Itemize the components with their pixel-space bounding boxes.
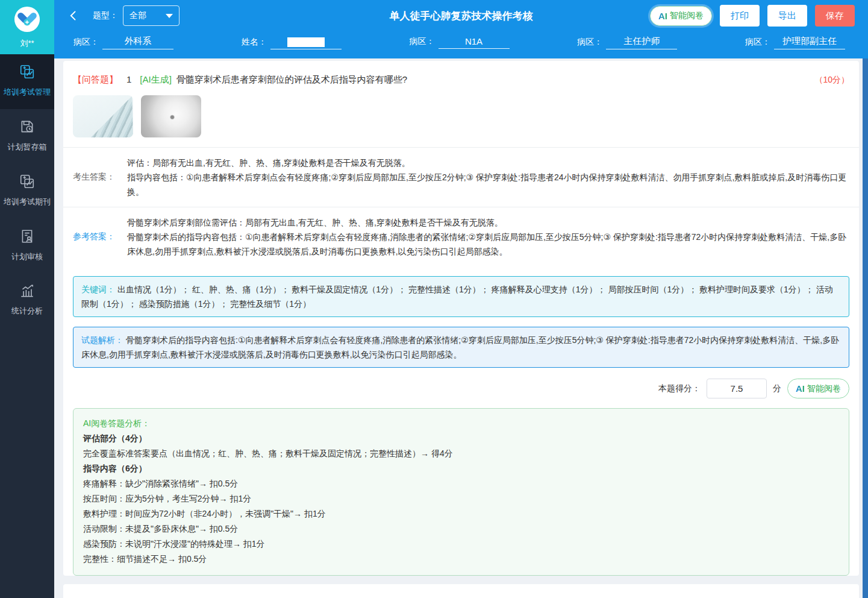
- redaction-block: [287, 37, 325, 47]
- question-card-2: 【问答题】 2 [AI生成] 骨髓穿刺术后患者穿刺部位的评估及术后指导内容有哪些…: [63, 584, 859, 598]
- user-avatar[interactable]: 刘**: [0, 0, 54, 54]
- page-title: 单人徒手心肺复苏技术操作考核: [390, 9, 533, 23]
- question-header: 【问答题】 2 [AI生成] 骨髓穿刺术后患者穿刺部位的评估及术后指导内容有哪些…: [63, 584, 859, 598]
- user-name: 刘**: [20, 38, 34, 49]
- header-toolbar: 题型： 全部 单人徒手心肺复苏技术操作考核 AI 智能阅卷 打印 导出 保存: [54, 0, 868, 31]
- question-type-select[interactable]: 全部: [123, 5, 180, 26]
- header-actions: AI 智能阅卷 打印 导出 保存: [650, 5, 855, 27]
- export-button[interactable]: 导出: [767, 5, 807, 27]
- exam-management-icon: [19, 64, 35, 82]
- student-answer-row: 考生答案： 评估：局部有无出血,有无红、肿、热、痛,穿刺处敷料是否干燥及有无脱落…: [63, 148, 859, 207]
- ai-analysis-line: 完全覆盖标准答案要点（出血情况；红、肿、热、痛；敷料干燥及固定情况；完整性描述）…: [83, 446, 839, 461]
- ward-value[interactable]: 外科系: [102, 36, 173, 49]
- keywords-label: 关键词：: [81, 285, 115, 294]
- chevron-down-icon: [166, 14, 173, 18]
- save-button[interactable]: 保存: [815, 5, 855, 27]
- name-field: 姓名：: [242, 36, 342, 49]
- sidebar-item-label: 计划暂存箱: [8, 142, 47, 153]
- question-type-value: 全部: [130, 10, 166, 21]
- ward-field-4: 病区： 护理部副主任: [745, 36, 845, 49]
- sidebar-item-plan-draftbox[interactable]: 计划暂存箱: [0, 109, 54, 164]
- page-header: 题型： 全部 单人徒手心肺复苏技术操作考核 AI 智能阅卷 打印 导出 保存: [54, 0, 868, 58]
- app-logo-heart-icon: [14, 6, 40, 35]
- sidebar-item-plan-review[interactable]: 计划审核: [0, 219, 54, 274]
- ai-analysis-line: 活动限制：未提及"多卧床休息"→ 扣0.5分: [83, 521, 839, 537]
- ai-generated-tag: [AI生成]: [140, 74, 172, 86]
- reference-answer-row: 参考答案： 骨髓穿刺术后穿刺部位需评估：局部有无出血,有无红、肿、热、痛,穿刺处…: [63, 207, 859, 266]
- ward-field: 病区： 外科系: [73, 36, 173, 49]
- ai-grade-question-button[interactable]: AI 智能阅卷: [787, 379, 849, 398]
- ward-value-2[interactable]: N1A: [439, 36, 510, 49]
- exam-journal-icon: [19, 174, 35, 192]
- ward-field-3: 病区： 主任护师: [577, 36, 677, 49]
- analysis-text: 骨髓穿刺术后的指导内容包括:①向患者解释术后穿刺点会有轻度疼痛,消除患者的紧张情…: [81, 335, 839, 359]
- student-answer-label: 考生答案：: [73, 156, 127, 199]
- app-root: 刘** 培训考试管理 计划暂: [0, 0, 868, 598]
- plan-draftbox-icon: [19, 119, 35, 137]
- vertical-scrollbar[interactable]: [863, 58, 868, 598]
- sidebar-item-label: 培训考试管理: [4, 87, 51, 98]
- ward-value-4[interactable]: 护理部副主任: [774, 36, 845, 49]
- question-text: 骨髓穿刺术后患者穿刺部位的评估及术后指导内容有哪些?: [176, 74, 407, 86]
- score-row: 本题得分： 分 AI 智能阅卷: [63, 368, 859, 398]
- ai-grading-analysis-box: AI阅卷答题分析： 评估部分（4分） 完全覆盖标准答案要点（出血情况；红、肿、热…: [73, 408, 849, 576]
- content-scroll-area[interactable]: 【问答题】 1 [AI生成] 骨髓穿刺术后患者穿刺部位的评估及术后指导内容有哪些…: [54, 58, 868, 598]
- ai-analysis-section-title: 评估部分（4分）: [83, 431, 839, 446]
- reference-answer-text: 骨髓穿刺术后穿刺部位需评估：局部有无出血,有无红、肿、热、痛,穿刺处敷料是否干燥…: [127, 215, 849, 259]
- sidebar-item-label: 培训考试期刊: [4, 197, 51, 208]
- sidebar-item-label: 计划审核: [11, 251, 43, 263]
- ai-logo-icon: AI: [658, 11, 667, 21]
- question-image-building[interactable]: [73, 95, 133, 137]
- score-unit: 分: [773, 383, 781, 394]
- question-card-1: 【问答题】 1 [AI生成] 骨髓穿刺术后患者穿刺部位的评估及术后指导内容有哪些…: [63, 61, 859, 576]
- back-button[interactable]: [67, 8, 83, 24]
- main-panel: 题型： 全部 单人徒手心肺复苏技术操作考核 AI 智能阅卷 打印 导出 保存: [54, 0, 868, 598]
- ward-field-2: 病区： N1A: [410, 36, 510, 49]
- sidebar: 刘** 培训考试管理 计划暂: [0, 0, 54, 598]
- ai-analysis-line: 疼痛解释：缺少"消除紧张情绪"→ 扣0.5分: [83, 476, 839, 491]
- student-answer-text: 评估：局部有无出血,有无红、肿、热、痛,穿刺处敷料是否干燥及有无脱落。 指导内容…: [127, 156, 849, 199]
- question-type-label: 题型：: [93, 10, 118, 21]
- question-number: 1: [126, 74, 131, 84]
- name-value-redacted[interactable]: [270, 36, 342, 49]
- sidebar-item-exam-management[interactable]: 培训考试管理: [0, 54, 54, 109]
- question-images: [63, 86, 859, 137]
- question-type-tag: 【问答题】: [73, 74, 118, 86]
- analysis-label: 试题解析：: [81, 335, 123, 345]
- ai-logo-icon: AI: [796, 383, 805, 394]
- exam-info-bar: 病区： 外科系 姓名： 病区： N1A 病区： 主任护师 病区： 护理部副: [54, 31, 868, 58]
- ai-analysis-line: 感染预防：未说明"汗水浸湿"的特殊处理→ 扣1分: [83, 537, 839, 552]
- keywords-box: 关键词：出血情况（1分）； 红、肿、热、痛（1分）； 敷料干燥及固定情况（1分）…: [73, 276, 849, 317]
- ai-analysis-line: 敷料护理：时间应为72小时（非24小时），未强调"干燥"→ 扣1分: [83, 506, 839, 521]
- scrollbar-thumb[interactable]: [863, 58, 868, 598]
- question-analysis-box: 试题解析：骨髓穿刺术后的指导内容包括:①向患者解释术后穿刺点会有轻度疼痛,消除患…: [73, 327, 849, 368]
- keywords-text: 出血情况（1分）； 红、肿、热、痛（1分）； 敷料干燥及固定情况（1分）； 完整…: [81, 285, 833, 309]
- question-image-spiral[interactable]: [141, 95, 201, 137]
- ward-value-3[interactable]: 主任护师: [606, 36, 677, 49]
- ai-analysis-line: 按压时间：应为5分钟，考生写2分钟→ 扣1分: [83, 491, 839, 506]
- sidebar-item-exam-journal[interactable]: 培训考试期刊: [0, 164, 54, 219]
- reference-answer-label: 参考答案：: [73, 215, 127, 259]
- ai-analysis-title: AI阅卷答题分析：: [83, 416, 839, 431]
- print-button[interactable]: 打印: [720, 5, 760, 27]
- sidebar-item-statistics[interactable]: 统计分析: [0, 273, 54, 328]
- ai-grade-button[interactable]: AI 智能阅卷: [650, 6, 712, 26]
- question-max-score: （10分）: [814, 75, 849, 86]
- statistics-icon: [19, 283, 35, 301]
- score-input[interactable]: [707, 379, 767, 398]
- question-header: 【问答题】 1 [AI生成] 骨髓穿刺术后患者穿刺部位的评估及术后指导内容有哪些…: [63, 61, 859, 86]
- score-label: 本题得分：: [658, 383, 701, 394]
- ai-analysis-line: 完整性：细节描述不足→ 扣0.5分: [83, 552, 839, 567]
- ai-analysis-section-title: 指导内容（6分）: [83, 461, 839, 476]
- plan-review-icon: [19, 228, 35, 247]
- sidebar-item-label: 统计分析: [11, 306, 43, 317]
